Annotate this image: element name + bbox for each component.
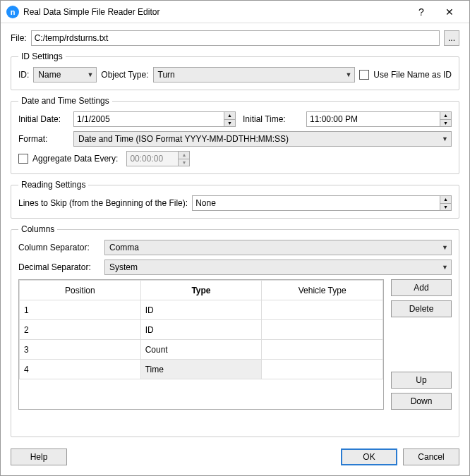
table-cell-position[interactable]: 1 (20, 300, 141, 320)
initial-time-label: Initial Time: (243, 114, 302, 124)
id-combo-value: Name (38, 70, 61, 80)
format-label: Format: (18, 134, 69, 144)
chevron-down-icon: ▼ (442, 244, 448, 251)
format-value: Date and Time (ISO Format YYYY-MM-DDTHH:… (78, 134, 289, 144)
column-sep-label: Column Separator: (18, 243, 100, 252)
use-filename-checkbox[interactable] (359, 70, 369, 80)
object-type-combo[interactable]: Turn ▼ (153, 67, 356, 83)
table-cell-position[interactable]: 3 (20, 340, 141, 360)
use-filename-label: Use File Name as ID (373, 70, 452, 80)
table-cell-type[interactable]: ID (140, 300, 262, 320)
decimal-sep-label: Decimal Separator: (18, 262, 100, 272)
chevron-down-icon: ▼ (442, 264, 448, 271)
table-header-row: Position Type Vehicle Type (20, 281, 383, 300)
id-settings-row: ID: Name ▼ Object Type: Turn ▼ Use File … (18, 67, 452, 83)
aggregate-spinner: ▲▼ (126, 151, 190, 166)
datetime-row3: Aggregate Data Every: ▲▼ (18, 151, 452, 166)
chevron-down-icon: ▼ (87, 71, 93, 78)
initial-time-spinner[interactable]: ▲▼ (306, 111, 452, 127)
column-sep-combo[interactable]: Comma ▼ (104, 240, 452, 255)
table-cell-position[interactable]: 4 (20, 360, 141, 379)
spinner-up-icon: ▲ (179, 152, 189, 159)
column-sep-row: Column Separator: Comma ▼ (18, 240, 452, 255)
down-button[interactable]: Down (391, 393, 452, 410)
spinner-up-icon[interactable]: ▲ (440, 196, 451, 204)
aggregate-label: Aggregate Data Every: (32, 154, 118, 164)
table-cell-type[interactable]: Count (140, 340, 262, 360)
table-cell-type[interactable]: Time (140, 360, 262, 379)
initial-time-value[interactable] (307, 112, 440, 126)
datetime-row2: Format: Date and Time (ISO Format YYYY-M… (18, 131, 452, 147)
file-row: File: ... (11, 30, 459, 46)
aggregate-checkbox[interactable] (18, 154, 28, 164)
table-cell-position[interactable]: 2 (20, 320, 141, 340)
initial-date-spinner[interactable]: ▲▼ (73, 111, 236, 127)
object-type-value: Turn (158, 70, 175, 80)
table-cell-vehicle[interactable] (262, 360, 383, 379)
datetime-legend: Date and Time Settings (18, 96, 112, 106)
datetime-group: Date and Time Settings Initial Date: ▲▼ … (11, 96, 459, 174)
delete-button[interactable]: Delete (391, 300, 452, 317)
lines-to-skip-label: Lines to Skip (from the Beginning of the… (18, 198, 188, 208)
app-icon: n (6, 6, 19, 18)
table-row[interactable]: 3Count (20, 340, 383, 360)
columns-table-wrap: Position Type Vehicle Type 1ID2ID3Count4… (18, 279, 452, 410)
decimal-sep-combo[interactable]: System ▼ (104, 260, 452, 275)
window-title: Real Data Simple File Reader Editor (23, 7, 407, 17)
columns-side-buttons: Add Delete Up Down (391, 279, 452, 410)
spinner-down-icon[interactable]: ▼ (440, 120, 451, 127)
dialog-window: n Real Data Simple File Reader Editor ? … (0, 0, 470, 476)
titlebar: n Real Data Simple File Reader Editor ? … (1, 1, 469, 23)
browse-button[interactable]: ... (444, 30, 459, 46)
table-cell-type[interactable]: ID (140, 320, 262, 340)
table-cell-vehicle[interactable] (262, 340, 383, 360)
lines-to-skip-value[interactable] (193, 196, 440, 210)
table-row[interactable]: 1ID (20, 300, 383, 320)
file-label: File: (11, 33, 27, 43)
columns-group: Columns Column Separator: Comma ▼ Decima… (11, 224, 459, 437)
reading-row: Lines to Skip (from the Beginning of the… (18, 195, 452, 211)
header-type[interactable]: Type (140, 281, 262, 300)
lines-to-skip-spinner[interactable]: ▲▼ (192, 195, 452, 211)
dialog-content: File: ... ID Settings ID: Name ▼ Object … (1, 23, 469, 444)
spinner-down-icon: ▼ (179, 159, 189, 166)
decimal-sep-row: Decimal Separator: System ▼ (18, 260, 452, 275)
table-row[interactable]: 4Time (20, 360, 383, 379)
spinner-up-icon[interactable]: ▲ (440, 112, 451, 120)
header-position[interactable]: Position (20, 281, 141, 300)
chevron-down-icon: ▼ (345, 71, 351, 78)
add-button[interactable]: Add (391, 279, 452, 296)
columns-legend: Columns (18, 224, 57, 234)
initial-date-label: Initial Date: (18, 114, 69, 124)
up-button[interactable]: Up (391, 372, 452, 389)
decimal-sep-value: System (109, 262, 138, 272)
dialog-footer: Help OK Cancel (1, 444, 469, 475)
spinner-down-icon[interactable]: ▼ (440, 204, 451, 211)
id-settings-legend: ID Settings (18, 51, 66, 61)
table-row[interactable]: 2ID (20, 320, 383, 340)
table-cell-vehicle[interactable] (262, 320, 383, 340)
header-vehicle[interactable]: Vehicle Type (262, 281, 383, 300)
ok-button[interactable]: OK (341, 448, 397, 465)
object-type-label: Object Type: (101, 70, 148, 80)
datetime-row1: Initial Date: ▲▼ Initial Time: ▲▼ (18, 111, 452, 127)
spinner-down-icon[interactable]: ▼ (224, 120, 235, 127)
column-sep-value: Comma (109, 243, 139, 252)
columns-table-container: Position Type Vehicle Type 1ID2ID3Count4… (18, 279, 384, 410)
file-input[interactable] (31, 30, 440, 46)
format-combo[interactable]: Date and Time (ISO Format YYYY-MM-DDTHH:… (73, 131, 452, 147)
close-button[interactable]: ✕ (435, 1, 464, 23)
help-button[interactable]: ? (407, 1, 435, 23)
help-footer-button[interactable]: Help (11, 448, 67, 465)
columns-table[interactable]: Position Type Vehicle Type 1ID2ID3Count4… (19, 280, 383, 379)
initial-date-value[interactable] (74, 112, 224, 126)
cancel-button[interactable]: Cancel (403, 448, 459, 465)
table-cell-vehicle[interactable] (262, 300, 383, 320)
id-combo[interactable]: Name ▼ (33, 67, 97, 83)
spinner-up-icon[interactable]: ▲ (224, 112, 235, 120)
aggregate-value (127, 152, 178, 166)
chevron-down-icon: ▼ (442, 135, 448, 142)
id-label: ID: (18, 70, 29, 80)
reading-group: Reading Settings Lines to Skip (from the… (11, 180, 459, 219)
reading-legend: Reading Settings (18, 180, 88, 190)
